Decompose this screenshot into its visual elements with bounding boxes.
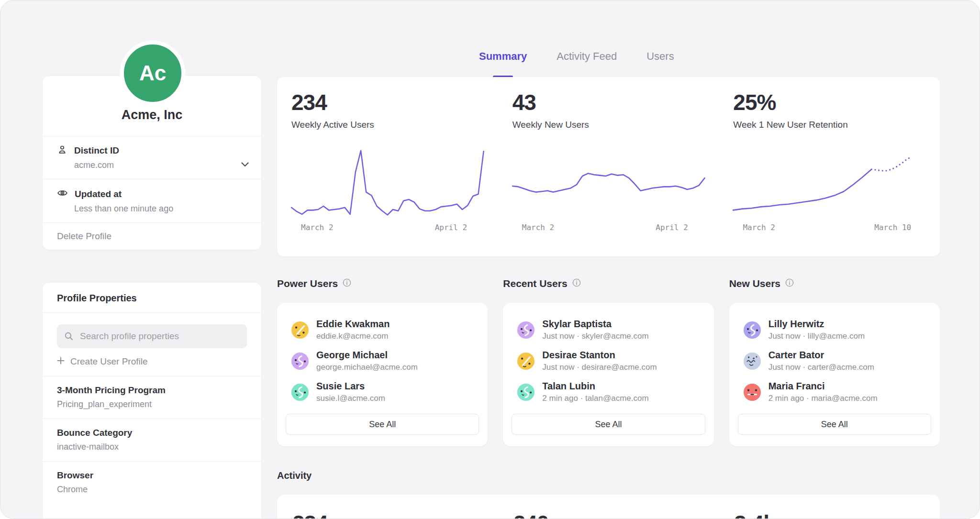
profile-tabs: Summary Activity Feed Users [277, 50, 940, 77]
search-icon [64, 331, 74, 343]
user-row[interactable]: Skylar Baptista Just now · skyler@acme.c… [511, 314, 706, 345]
tab-users[interactable]: Users [646, 50, 674, 77]
activity-title: Activity [277, 470, 312, 481]
user-name: Skylar Baptista [542, 319, 648, 330]
user-name: Desirae Stanton [542, 350, 657, 361]
stat-value: 234 [291, 89, 484, 115]
activity-stat: 234 [292, 510, 483, 519]
user-avatar [291, 384, 309, 401]
stat-label: Weekly Active Users [291, 120, 484, 130]
distinct-id-label: Distinct ID [74, 145, 119, 156]
user-name: Maria Franci [768, 381, 878, 392]
x-axis-ticks: March 2March 10 [733, 223, 925, 235]
user-meta: Just now · lilly@acme.com [768, 331, 865, 341]
new-users-card: Lilly Herwitz Just now · lilly@acme.com … [729, 303, 940, 446]
user-row[interactable]: Maria Franci 2 min ago · maria@acme.com [737, 376, 932, 408]
user-row[interactable]: Eddie Kwakman eddie.k@acme.com [285, 314, 480, 345]
distinct-id-row[interactable]: Distinct ID acme.com [43, 136, 261, 179]
user-name: Susie Lars [316, 381, 385, 392]
user-row[interactable]: Lilly Herwitz Just now · lilly@acme.com [737, 314, 932, 345]
tab-summary[interactable]: Summary [479, 50, 527, 77]
retention-sparkline [733, 149, 925, 216]
activity-stat: 240 [513, 510, 704, 519]
stat-weekly-active-users: 234 Weekly Active Users March 2April 2 [277, 77, 498, 256]
chevron-down-icon[interactable] [241, 160, 249, 169]
profile-properties-title: Profile Properties [43, 283, 261, 313]
property-name: Bounce Category [57, 428, 247, 438]
x-tick-label: March 10 [874, 223, 911, 232]
property-name: Browser [57, 470, 247, 481]
user-name: Lilly Herwitz [768, 319, 865, 330]
recent-users-title: Recent Users [503, 278, 567, 289]
power-users-title: Power Users [277, 278, 338, 289]
delete-profile-button[interactable]: Delete Profile [43, 222, 261, 250]
user-avatar [517, 353, 535, 370]
info-icon[interactable] [572, 278, 581, 289]
x-tick-label: March 2 [522, 223, 554, 232]
user-row[interactable]: Susie Lars susie.l@acme.com [285, 376, 480, 408]
updated-at-row: Updated at Less than one minute ago [43, 179, 261, 222]
x-axis-ticks: March 2April 2 [512, 223, 705, 235]
property-name: 3-Month Pricing Program [57, 385, 247, 396]
x-axis-ticks: March 2April 2 [291, 223, 484, 235]
user-meta: Just now · desirare@acme.com [542, 363, 657, 372]
eye-icon [57, 188, 68, 200]
user-row[interactable]: Carter Bator Just now · carter@acme.com [737, 345, 932, 376]
property-value: inactive-mailbox [57, 442, 247, 452]
user-meta: Just now · carter@acme.com [768, 363, 874, 372]
stat-weekly-new-users: 43 Weekly New Users March 2April 2 [498, 77, 719, 256]
user-row[interactable]: George Michael george.michael@acme.com [285, 345, 480, 376]
power-users-card: Eddie Kwakman eddie.k@acme.com George Mi… [277, 303, 488, 446]
x-tick-label: March 2 [301, 223, 333, 232]
info-icon[interactable] [785, 278, 794, 289]
property-row[interactable]: Browser Chrome [43, 461, 261, 504]
company-avatar: Ac [120, 41, 185, 106]
stat-value: 25% [733, 89, 925, 115]
user-row[interactable]: Desirae Stanton Just now · desirare@acme… [511, 345, 706, 376]
search-input[interactable] [57, 324, 247, 348]
see-all-button[interactable]: See All [738, 414, 931, 435]
property-row[interactable]: Bounce Category inactive-mailbox [43, 419, 261, 461]
property-value: Pricing_plan_experiment [57, 399, 247, 409]
user-avatar [744, 321, 761, 339]
user-sections: Power Users Eddie Kwakman eddie.k@acme.c… [277, 276, 940, 446]
user-avatar [291, 353, 309, 370]
summary-stats-card: 234 Weekly Active Users March 2April 2 4… [277, 77, 940, 256]
new-users-title: New Users [729, 278, 780, 289]
person-icon [57, 144, 67, 157]
property-row[interactable]: 3-Month Pricing Program Pricing_plan_exp… [43, 376, 261, 419]
user-name: Talan Lubin [542, 381, 648, 392]
stat-week1-retention: 25% Week 1 New User Retention March 2Mar… [719, 77, 940, 256]
plus-icon [57, 356, 65, 367]
user-name: Eddie Kwakman [316, 319, 390, 330]
user-avatar [744, 353, 761, 370]
recent-users-card: Skylar Baptista Just now · skyler@acme.c… [503, 303, 713, 446]
info-icon[interactable] [343, 278, 351, 289]
tab-activity-feed[interactable]: Activity Feed [557, 50, 617, 77]
create-user-profile-button[interactable]: Create User Profile [57, 356, 247, 367]
see-all-button[interactable]: See All [512, 414, 705, 435]
power-users-section: Power Users Eddie Kwakman eddie.k@acme.c… [277, 276, 488, 446]
user-meta: george.michael@acme.com [316, 363, 418, 372]
x-tick-label: March 2 [743, 223, 775, 232]
updated-at-value: Less than one minute ago [74, 204, 247, 214]
activity-card: 234 240 3.4k [277, 495, 940, 519]
user-avatar [291, 321, 309, 339]
user-meta: 2 min ago · talan@acme.com [542, 394, 648, 403]
weekly-active-users-sparkline [291, 149, 484, 216]
user-name: Carter Bator [768, 350, 874, 361]
stat-value: 43 [512, 89, 705, 115]
profile-properties-card: Profile Properties Create User Profile 3… [43, 283, 261, 519]
distinct-id-value: acme.com [74, 160, 247, 170]
user-meta: Just now · skyler@acme.com [542, 331, 648, 341]
activity-stat: 3.4k [734, 510, 924, 519]
profile-properties-search [57, 324, 247, 348]
user-row[interactable]: Talan Lubin 2 min ago · talan@acme.com [511, 376, 706, 408]
user-avatar [744, 384, 761, 401]
recent-users-section: Recent Users Skylar Baptista Just now · … [503, 276, 713, 446]
create-user-profile-label: Create User Profile [70, 356, 148, 367]
x-tick-label: April 2 [656, 223, 688, 232]
property-value: Chrome [57, 485, 247, 495]
user-avatar [517, 384, 535, 401]
see-all-button[interactable]: See All [286, 414, 479, 435]
